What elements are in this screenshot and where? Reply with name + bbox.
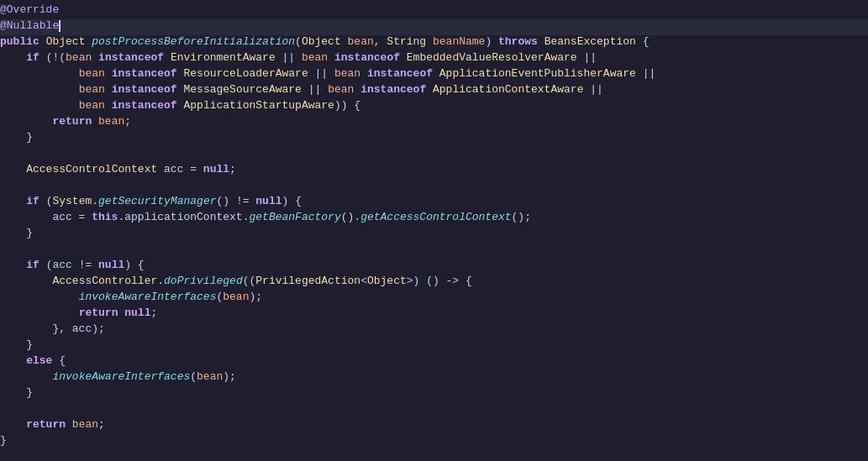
line-18: AccessController.doPrivileged((Privilege… bbox=[0, 275, 868, 291]
line-23: else { bbox=[0, 354, 868, 370]
line-10 bbox=[0, 147, 868, 163]
line-15: } bbox=[0, 227, 868, 243]
line-1: @Override bbox=[0, 3, 868, 19]
line-12 bbox=[0, 179, 868, 195]
line-6: bean instanceof MessageSourceAware || be… bbox=[0, 83, 868, 99]
line-17: if (acc != null) { bbox=[0, 259, 868, 275]
line-14: acc = this.applicationContext.getBeanFac… bbox=[0, 211, 868, 227]
line-7: bean instanceof ApplicationStartupAware)… bbox=[0, 99, 868, 115]
line-8: return bean; bbox=[0, 115, 868, 131]
line-27: return bean; bbox=[0, 418, 868, 434]
line-3: public Object postProcessBeforeInitializ… bbox=[0, 35, 868, 51]
line-25: } bbox=[0, 386, 868, 402]
line-22: } bbox=[0, 338, 868, 354]
code-editor[interactable]: @Override @Nullable public Object postPr… bbox=[0, 0, 868, 461]
line-5: bean instanceof ResourceLoaderAware || b… bbox=[0, 67, 868, 83]
line-16 bbox=[0, 243, 868, 259]
line-21: }, acc); bbox=[0, 322, 868, 338]
line-11: AccessControlContext acc = null; bbox=[0, 163, 868, 179]
line-20: return null; bbox=[0, 306, 868, 322]
line-2: @Nullable bbox=[0, 19, 868, 35]
line-26 bbox=[0, 402, 868, 418]
line-4: if (!(bean instanceof EnvironmentAware |… bbox=[0, 51, 868, 67]
line-28: } bbox=[0, 434, 868, 450]
line-9: } bbox=[0, 131, 868, 147]
line-24: invokeAwareInterfaces(bean); bbox=[0, 370, 868, 386]
line-19: invokeAwareInterfaces(bean); bbox=[0, 291, 868, 306]
line-13: if (System.getSecurityManager() != null)… bbox=[0, 195, 868, 211]
